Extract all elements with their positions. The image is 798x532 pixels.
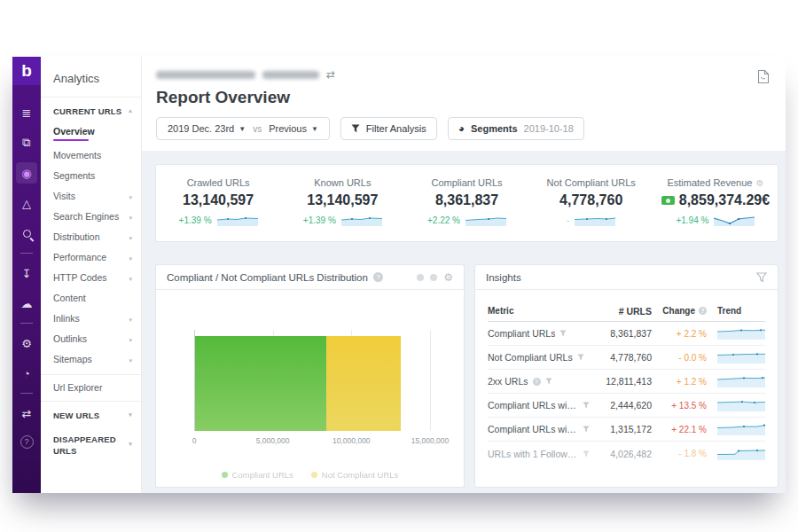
swap-icon[interactable]: ⇄ xyxy=(16,403,37,424)
project-name-redacted[interactable] xyxy=(156,71,255,79)
chevron-up-icon: ▴ xyxy=(129,104,132,115)
insight-row-bad-description[interactable]: Compliant URLs with Bad ... 1,315,172 + … xyxy=(488,418,765,442)
legend-dot xyxy=(222,472,228,478)
sidebar-item-visits[interactable]: Visits▾ xyxy=(41,186,141,207)
chevron-down-icon: ▼ xyxy=(239,125,246,133)
sparkline xyxy=(341,214,382,227)
settings-icon[interactable]: ⚙ xyxy=(16,332,37,354)
insight-row-compliant-urls[interactable]: Compliant URLs 8,361,837 + 2.2 % xyxy=(488,322,765,346)
segments-button[interactable]: ◕ Segments 2019-10-18 xyxy=(448,117,584,140)
pie-icon[interactable]: ◔ xyxy=(16,363,37,384)
sidebar-item-inlinks[interactable]: Inlinks▾ xyxy=(41,309,141,329)
chevron-down-icon: ▾ xyxy=(129,313,132,325)
crawl-icon[interactable]: ⧉ xyxy=(16,132,37,153)
search-icon[interactable] xyxy=(16,223,37,244)
legend-not-compliant[interactable]: Not Compliant URLs xyxy=(311,470,399,480)
sidebar-section-disappeared-urls[interactable]: DISAPPEARED URLS▾ xyxy=(41,426,141,461)
chevron-down-icon: ▾ xyxy=(129,272,132,284)
compare-dropdown[interactable]: Previous▼ xyxy=(262,123,325,134)
sidebar-item-overview[interactable]: Overview xyxy=(41,121,141,145)
cloud-icon[interactable]: ☁ xyxy=(16,293,37,314)
date-compare-group: 2019 Dec. 23rd▼ vs Previous▼ xyxy=(156,117,330,140)
insight-row-bad-h1[interactable]: Compliant URLs with Bad H1 2,444,620 + 1… xyxy=(488,394,765,418)
filter-analysis-button[interactable]: Filter Analysis xyxy=(340,117,437,140)
money-icon xyxy=(661,196,675,205)
sidebar-item-outlinks[interactable]: Outlinks▾ xyxy=(41,329,141,349)
panel-option-icon[interactable] xyxy=(417,274,424,281)
gridline xyxy=(430,330,431,431)
legend-compliant[interactable]: Compliant URLs xyxy=(222,470,293,480)
segments-pie-icon: ◕ xyxy=(458,122,465,135)
sidebar-item-content[interactable]: Content xyxy=(41,288,141,309)
x-axis-ticks: 0 5,000,000 10,000,000 15,000,000 xyxy=(194,436,430,447)
bar-segment-not-compliant[interactable] xyxy=(326,336,401,431)
insights-table: Metric # URLS Change? Trend Compliant UR… xyxy=(475,290,778,466)
sidebar-item-http-codes[interactable]: HTTP Codes▾ xyxy=(41,268,141,288)
insight-row-1-follow-inlink[interactable]: URLs with 1 Follow Inlink 4,026,482 - 1.… xyxy=(488,442,765,466)
vs-label: vs xyxy=(253,124,262,134)
help-icon[interactable]: ? xyxy=(16,431,37,452)
trend-sparkline xyxy=(717,447,765,461)
kpi-crawled-urls[interactable]: Crawled URLs 13,140,597 +1.39 % xyxy=(156,165,280,241)
chevron-down-icon: ▾ xyxy=(129,408,132,419)
analysis-name-redacted[interactable] xyxy=(262,71,319,79)
sidebar-item-movements[interactable]: Movements xyxy=(41,145,141,166)
export-icon[interactable]: ↧ xyxy=(16,262,37,284)
gear-icon[interactable]: ⚙ xyxy=(755,178,763,188)
brand-logo[interactable]: b xyxy=(12,57,41,85)
funnel-icon xyxy=(351,124,360,133)
sidebar-item-search-engines[interactable]: Search Engines▾ xyxy=(41,207,141,227)
bar-chart-plot xyxy=(194,330,430,431)
funnel-icon[interactable] xyxy=(756,272,767,283)
main-area: ⇄ Report Overview 2019 Dec. 23rd▼ vs Pre… xyxy=(142,57,786,493)
insights-header-row: Metric # URLS Change? Trend xyxy=(488,301,765,322)
help-icon[interactable]: ? xyxy=(699,307,707,315)
funnel-icon[interactable] xyxy=(583,402,590,409)
sparkline xyxy=(575,214,615,227)
funnel-icon[interactable] xyxy=(583,426,590,433)
sidebar-item-sitemaps[interactable]: Sitemaps▾ xyxy=(41,349,141,370)
kpi-compliant-urls[interactable]: Compliant URLs 8,361,837 +2.22 % xyxy=(404,165,528,241)
chevron-down-icon: ▼ xyxy=(311,125,318,133)
funnel-icon[interactable] xyxy=(577,354,584,361)
help-icon[interactable]: ? xyxy=(373,272,383,282)
trend-sparkline xyxy=(717,374,765,388)
trend-sparkline xyxy=(717,350,765,364)
panel-option-icon[interactable] xyxy=(430,274,437,281)
x-tick: 5,000,000 xyxy=(256,436,290,445)
sidebar-item-performance[interactable]: Performance▾ xyxy=(41,247,141,268)
funnel-icon[interactable] xyxy=(559,330,567,337)
list-icon[interactable]: ≣ xyxy=(16,102,37,123)
sidebar-item-distribution[interactable]: Distribution▾ xyxy=(41,227,141,247)
sidebar-section-new-urls[interactable]: NEW URLS▾ xyxy=(41,402,141,426)
kpi-known-urls[interactable]: Known URLs 13,140,597 +1.39 % xyxy=(280,165,404,241)
help-glyph: ? xyxy=(20,435,34,449)
sidebar: Analytics CURRENT URLS▴ Overview Movemen… xyxy=(41,57,142,493)
chevron-down-icon: ▾ xyxy=(129,333,132,345)
rail-divider xyxy=(20,253,33,254)
sidebar-item-segments[interactable]: Segments xyxy=(41,166,141,186)
kpi-not-compliant-urls[interactable]: Not Compliant URLs 4,778,760 - xyxy=(529,165,653,241)
chart-legend: Compliant URLs Not Compliant URLs xyxy=(156,470,464,480)
switch-analysis-icon[interactable]: ⇄ xyxy=(326,68,335,81)
sidebar-section-current-urls[interactable]: CURRENT URLS▴ xyxy=(41,98,141,121)
x-tick: 10,000,000 xyxy=(332,436,371,445)
kpi-summary-card: Crawled URLs 13,140,597 +1.39 % Known UR… xyxy=(155,164,778,242)
logs-icon[interactable]: △ xyxy=(16,192,37,214)
funnel-icon[interactable] xyxy=(545,378,552,385)
sidebar-title: Analytics xyxy=(41,57,141,97)
date-dropdown[interactable]: 2019 Dec. 23rd▼ xyxy=(160,123,253,134)
pdf-export-icon[interactable] xyxy=(756,69,770,88)
x-tick: 0 xyxy=(192,436,197,445)
sidebar-item-url-explorer[interactable]: Url Explorer xyxy=(41,375,141,401)
bar-segment-compliant[interactable] xyxy=(195,336,326,431)
insight-row-2xx-urls[interactable]: 2xx URLs? 12,811,413 + 1.2 % xyxy=(488,370,765,394)
reports-icon[interactable]: ◉ xyxy=(16,162,37,184)
insights-title: Insights xyxy=(486,272,521,283)
kpi-estimated-revenue[interactable]: Estimated Revenue⚙ 8,859,374.29€ +1.94 % xyxy=(653,165,778,241)
gear-icon[interactable]: ⚙ xyxy=(443,271,453,284)
funnel-icon[interactable] xyxy=(583,450,590,458)
insight-row-not-compliant-urls[interactable]: Not Compliant URLs 4,778,760 - 0.0 % xyxy=(488,346,765,370)
toolbar: 2019 Dec. 23rd▼ vs Previous▼ Filter Anal… xyxy=(156,117,771,140)
help-icon[interactable]: ? xyxy=(533,378,541,386)
